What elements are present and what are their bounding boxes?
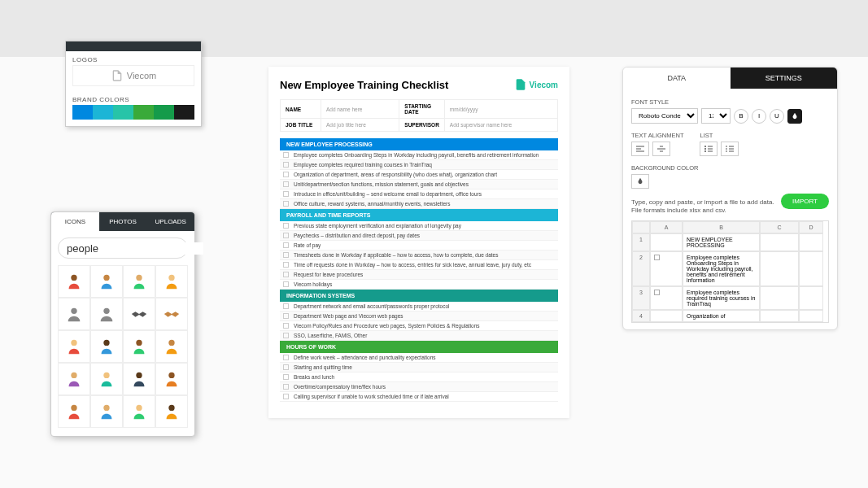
cell[interactable] [760,310,799,322]
cell[interactable] [760,286,799,310]
checkbox-icon[interactable] [283,281,289,287]
sheet-row[interactable]: 3Employee completes required training co… [632,286,828,310]
align-vertical-button[interactable] [652,142,670,156]
row-number[interactable]: 2 [632,251,650,286]
number-list-button[interactable] [721,142,739,156]
checkbox-icon[interactable] [283,384,289,390]
person-icon-item[interactable] [90,298,123,330]
person-icon-item[interactable] [58,395,90,428]
job-value[interactable]: Add job title here [321,119,399,132]
checkbox-icon[interactable] [654,290,660,295]
row-number[interactable]: 3 [632,286,650,310]
checkbox-icon[interactable] [283,162,289,168]
checklist-row[interactable]: Viecom Policy/Rules and Procedure web pa… [280,321,558,331]
cell[interactable] [799,251,823,286]
checkbox-icon[interactable] [283,242,289,248]
checklist-row[interactable]: Department Web page and Viecom web pages [280,312,558,321]
checkbox-icon[interactable] [283,201,289,207]
cell[interactable] [650,286,683,310]
tab-data[interactable]: DATA [623,68,731,89]
font-size-select[interactable]: 12 [701,108,731,124]
person-icon-item[interactable] [58,330,90,363]
person-icon-item[interactable] [155,298,188,330]
person-icon-item[interactable] [155,363,188,395]
checklist-row[interactable]: Department network and email account/pas… [280,302,558,312]
cell[interactable]: Employee completes required training cou… [683,286,760,310]
checkbox-icon[interactable] [283,313,289,319]
font-family-select[interactable]: Roboto Condensed [631,108,698,124]
row-number[interactable]: 4 [632,310,650,322]
checkbox-icon[interactable] [654,255,660,260]
col-header[interactable]: D [799,221,823,233]
row-number[interactable]: 1 [632,233,650,251]
checkbox-icon[interactable] [283,303,289,309]
checklist-row[interactable]: Unit/department/section functions, missi… [280,180,558,190]
cell[interactable] [760,233,799,251]
checklist-row[interactable]: Calling supervisor if unable to work sch… [280,392,558,402]
brand-color-swatch[interactable] [93,105,113,120]
person-icon-item[interactable] [123,265,155,298]
brand-color-swatch[interactable] [72,105,93,120]
cell[interactable]: NEW EMPLOYEE PROCESSING [683,233,760,251]
checkbox-icon[interactable] [283,191,289,197]
checklist-row[interactable]: Define work week – attendance and punctu… [280,353,558,363]
person-icon-item[interactable] [90,265,123,298]
cell[interactable]: Organization of [683,310,760,322]
checklist-row[interactable]: Time off requests done in Workday – how … [280,260,558,270]
checklist-row[interactable]: Breaks and lunch [280,373,558,382]
cell[interactable] [799,286,823,310]
tab-icons[interactable]: ICONS [51,212,99,231]
checklist-row[interactable]: Employee completes Onboarding Steps in W… [280,150,558,160]
tab-settings[interactable]: SETTINGS [731,68,838,89]
person-icon-item[interactable] [58,363,90,395]
cell[interactable] [650,310,683,322]
bullet-list-button[interactable] [700,142,718,156]
checklist-row[interactable]: Rate of pay [280,241,558,251]
checkbox-icon[interactable] [283,262,289,268]
col-header[interactable]: C [760,221,799,233]
cell[interactable] [799,233,823,251]
sheet-row[interactable]: 4Organization of [632,310,828,322]
import-button[interactable]: IMPORT [781,194,829,209]
checklist-row[interactable]: Previous state employment verification a… [280,221,558,231]
checkbox-icon[interactable] [283,233,289,238]
person-icon-item[interactable] [123,363,155,395]
checkbox-icon[interactable] [283,333,289,338]
checkbox-icon[interactable] [283,394,289,399]
cell[interactable]: Employee completes Onboarding Steps in W… [683,251,760,286]
sheet-row[interactable]: 2Employee completes Onboarding Steps in … [632,251,828,286]
checkbox-icon[interactable] [283,152,289,158]
tab-photos[interactable]: PHOTOS [99,212,147,231]
checkbox-icon[interactable] [283,223,289,229]
checklist-row[interactable]: Starting and quitting time [280,363,558,373]
checkbox-icon[interactable] [283,323,289,329]
person-icon-item[interactable] [90,395,123,428]
checkbox-icon[interactable] [283,272,289,277]
person-icon-item[interactable] [123,330,155,363]
italic-button[interactable]: I [752,109,766,124]
icon-search[interactable] [58,237,188,259]
brand-color-swatch[interactable] [133,105,154,120]
underline-button[interactable]: U [770,109,784,124]
checklist-row[interactable]: Viecom holidays [280,280,558,290]
cell[interactable] [650,251,683,286]
checklist-row[interactable]: Timesheets done in Workday if applicable… [280,251,558,260]
checkbox-icon[interactable] [283,364,289,370]
cell[interactable] [650,233,683,251]
checklist-row[interactable]: SSO, Laserfiche, FAMIS, Other [280,331,558,341]
checklist-row[interactable]: Paychecks – distribution and direct depo… [280,231,558,241]
align-horizontal-button[interactable] [631,142,649,156]
font-color-button[interactable] [787,109,802,124]
checkbox-icon[interactable] [283,181,289,187]
icon-search-input[interactable] [67,242,203,255]
checklist-row[interactable]: Introduce in office/unit/building – send… [280,190,558,199]
col-header[interactable]: B [683,221,760,233]
person-icon-item[interactable] [155,265,188,298]
checkbox-icon[interactable] [283,252,289,258]
checkbox-icon[interactable] [283,355,289,360]
sheet-row[interactable]: 1NEW EMPLOYEE PROCESSING [632,233,828,251]
brand-color-swatch[interactable] [113,105,133,120]
person-icon-item[interactable] [90,363,123,395]
checklist-row[interactable]: Overtime/compensatory time/flex hours [280,382,558,392]
person-icon-item[interactable] [155,395,188,428]
